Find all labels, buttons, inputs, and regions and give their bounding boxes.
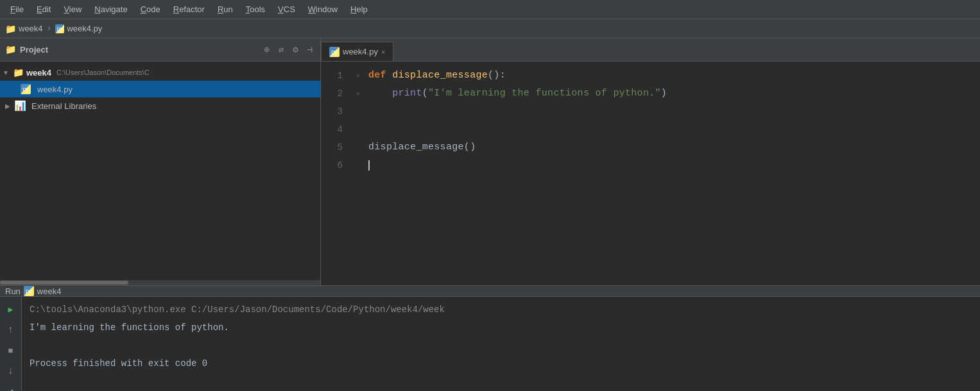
line-num-1: 1 xyxy=(321,67,353,85)
tree-root-folder[interactable]: ▼ 📁 week4 C:\Users\Jason\Documents\C xyxy=(0,64,320,81)
sidebar-scrollbar-thumb xyxy=(0,281,128,285)
code-line-2: 2 ⬦ print("I'm learning the functions of… xyxy=(321,85,980,103)
line-num-4: 4 xyxy=(321,121,353,138)
menu-vcs[interactable]: VCS xyxy=(273,2,300,17)
menu-navigate[interactable]: Navigate xyxy=(89,2,132,17)
run-output-line-1: C:\tools\Anaconda3\python.exe C:/Users/J… xyxy=(30,301,972,319)
sidebar: 📁 Project ⊕ ⇄ ⚙ ⊣ ▼ 📁 week4 C:\Users\Jas… xyxy=(0,38,321,285)
editor-tab-close[interactable]: × xyxy=(381,48,385,56)
editor-tabs: py week4.py × xyxy=(321,38,980,62)
run-output-line-2: I'm learning the functions of python. xyxy=(30,319,972,337)
code-line-6: 6 xyxy=(321,156,980,174)
content-area: 📁 Project ⊕ ⇄ ⚙ ⊣ ▼ 📁 week4 C:\Users\Jas… xyxy=(0,38,980,285)
sidebar-title: Project xyxy=(20,45,257,54)
code-line-3: 3 xyxy=(321,103,980,121)
sidebar-settings-btn[interactable]: ⇄ xyxy=(276,43,286,56)
breadcrumb-bar: 📁 week4 › py week4.py xyxy=(0,19,980,38)
editor-tab-label: week4.py xyxy=(343,47,378,56)
code-editor[interactable]: 1 ⬦ def displace_message(): 2 ⬦ print("I… xyxy=(321,62,980,285)
menu-tools[interactable]: Tools xyxy=(241,2,270,17)
tree-file-label: week4.py xyxy=(37,85,73,94)
menu-window[interactable]: Window xyxy=(303,2,343,17)
tree-external-libs[interactable]: ▶ 📊 External Libraries xyxy=(0,97,320,114)
run-panel: Run py week4 ▶ ↑ ■ ↓ ↺ ⇲ C:\tools\Anacon… xyxy=(0,285,980,391)
line-num-2: 2 xyxy=(321,85,353,103)
editor-tab-icon: py xyxy=(329,47,340,57)
run-output-line-4: Process finished with exit code 0 xyxy=(30,354,972,372)
sidebar-gear-btn[interactable]: ⚙ xyxy=(290,43,300,56)
breadcrumb-folder-name: week4 xyxy=(19,24,43,33)
menu-bar: File Edit View Navigate Code Refactor Ru… xyxy=(0,0,980,19)
breadcrumb-file-name: week4.py xyxy=(67,24,102,33)
run-output: C:\tools\Anaconda3\python.exe C:/Users/J… xyxy=(22,297,980,391)
run-up-btn[interactable]: ↑ xyxy=(3,322,19,338)
tree-collapse-arrow: ▼ xyxy=(3,69,9,76)
menu-edit[interactable]: Edit xyxy=(31,2,56,17)
tree-root-folder-icon: 📁 xyxy=(13,67,24,78)
run-stop-btn[interactable]: ■ xyxy=(3,343,19,358)
tree-ext-arrow: ▶ xyxy=(5,103,10,110)
app-window: File Edit View Navigate Code Refactor Ru… xyxy=(0,0,980,391)
menu-help[interactable]: Help xyxy=(345,2,373,17)
line-num-3: 3 xyxy=(321,103,353,121)
sidebar-toolbar: 📁 Project ⊕ ⇄ ⚙ ⊣ xyxy=(0,38,320,62)
run-python-icon: py xyxy=(24,286,34,296)
line-marker-1: ⬦ xyxy=(353,67,363,85)
editor-area: py week4.py × 1 ⬦ def displace_message()… xyxy=(321,38,980,285)
run-project-label: week4 xyxy=(37,287,62,296)
tree-root-label: week4 xyxy=(26,68,51,78)
run-body: ▶ ↑ ■ ↓ ↺ ⇲ C:\tools\Anaconda3\python.ex… xyxy=(0,297,980,391)
editor-tab-week4py[interactable]: py week4.py × xyxy=(321,42,393,61)
run-rerun-btn[interactable]: ↺ xyxy=(3,384,19,391)
code-line-1: 1 ⬦ def displace_message(): xyxy=(321,67,980,85)
tree-file-week4py[interactable]: py week4.py xyxy=(0,81,320,97)
code-line-5: 5 displace_message() xyxy=(321,138,980,156)
sidebar-layout-btn[interactable]: ⊣ xyxy=(305,43,315,56)
tree-python-icon: py xyxy=(21,84,31,94)
menu-code[interactable]: Code xyxy=(135,2,166,17)
sidebar-locate-btn[interactable]: ⊕ xyxy=(261,43,271,56)
code-line-4: 4 xyxy=(321,121,980,138)
code-content-5: displace_message() xyxy=(363,138,476,156)
menu-view[interactable]: View xyxy=(58,2,87,17)
breadcrumb-file[interactable]: py week4.py xyxy=(55,24,102,33)
file-tree: ▼ 📁 week4 C:\Users\Jason\Documents\C py … xyxy=(0,62,320,280)
sidebar-folder-icon: 📁 xyxy=(5,44,16,55)
tree-ext-label: External Libraries xyxy=(31,101,96,111)
run-tab-run-label: Run xyxy=(5,287,21,296)
code-content-2: print("I'm learning the functions of pyt… xyxy=(363,85,667,103)
run-output-line-3 xyxy=(30,337,972,354)
menu-file[interactable]: File xyxy=(5,2,29,17)
run-down-btn[interactable]: ↓ xyxy=(3,363,19,379)
menu-run[interactable]: Run xyxy=(212,2,238,17)
run-tab[interactable]: Run py week4 xyxy=(5,286,61,296)
breadcrumb-separator: › xyxy=(47,24,52,33)
line-num-5: 5 xyxy=(321,138,353,156)
run-tabs: Run py week4 xyxy=(0,286,980,297)
tree-ext-icon: 📊 xyxy=(14,100,26,112)
tree-root-path: C:\Users\Jason\Documents\C xyxy=(56,69,150,76)
folder-icon: 📁 xyxy=(5,24,16,34)
code-content-6 xyxy=(363,156,370,174)
run-play-btn[interactable]: ▶ xyxy=(3,302,19,317)
line-marker-2: ⬦ xyxy=(353,85,363,103)
menu-refactor[interactable]: Refactor xyxy=(168,2,210,17)
sidebar-scrollbar[interactable] xyxy=(0,280,320,285)
run-controls: ▶ ↑ ■ ↓ ↺ ⇲ xyxy=(0,297,22,391)
python-file-icon: py xyxy=(55,24,64,33)
line-num-6: 6 xyxy=(321,156,353,174)
breadcrumb-folder[interactable]: 📁 week4 xyxy=(5,24,43,34)
code-content-1: def displace_message(): xyxy=(363,67,506,85)
